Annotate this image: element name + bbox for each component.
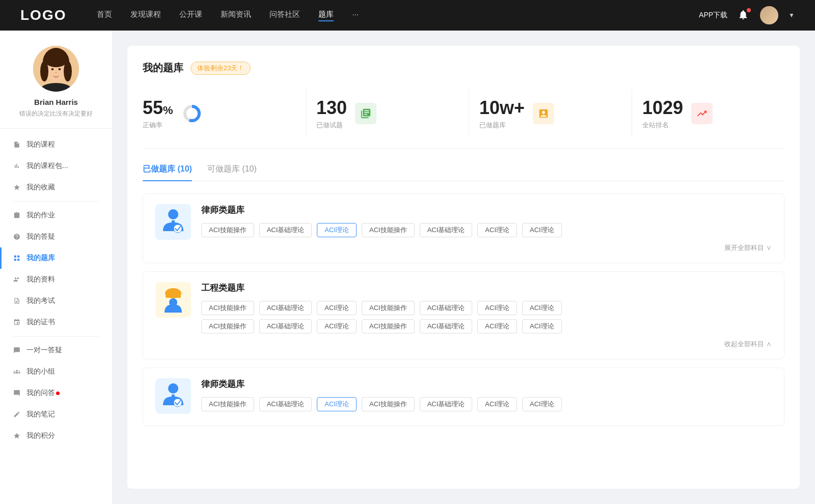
bank-card-lawyer2-name: 律师类题库: [201, 378, 772, 390]
note-icon: [12, 410, 21, 419]
stats-row: 55% 正确率 130 已做试题: [143, 89, 784, 149]
chart-bar-icon: [12, 161, 21, 171]
tag-e1-r2-2[interactable]: ACI理论: [317, 319, 357, 333]
sidebar-item-my-exam[interactable]: 我的考试: [0, 290, 112, 312]
nav-more[interactable]: ···: [352, 10, 359, 21]
lawyer-icon-2: [155, 378, 191, 414]
tag-e1-r2-5[interactable]: ACI理论: [477, 319, 517, 333]
nav-discover[interactable]: 发现课程: [130, 10, 161, 21]
tag-e1-r2-1[interactable]: ACI基础理论: [259, 319, 312, 333]
bank-card-engineer1-content: 工程类题库 ACI技能操作 ACI基础理论 ACI理论 ACI技能操作 ACI基…: [201, 282, 772, 349]
stat-label-questions: 已做试题: [316, 121, 347, 130]
tag-e1-r1-1[interactable]: ACI基础理论: [259, 301, 312, 315]
nav-quiz[interactable]: 题库: [318, 10, 334, 21]
sidebar-item-my-certificate[interactable]: 我的证书: [0, 312, 112, 333]
user-avatar[interactable]: [760, 6, 778, 24]
sidebar-item-my-homework[interactable]: 我的作业: [0, 205, 112, 226]
document-icon: [12, 296, 21, 305]
svg-rect-21: [172, 395, 175, 400]
tag-l1-2[interactable]: ACI理论: [317, 223, 357, 237]
tag-e1-r1-2[interactable]: ACI理论: [317, 301, 357, 315]
sidebar-item-one-on-one[interactable]: 一对一答疑: [0, 340, 112, 361]
bank-card-lawyer1: 律师类题库 ACI技能操作 ACI基础理论 ACI理论 ACI技能操作 ACI基…: [143, 193, 784, 263]
donut-chart-icon: [181, 103, 203, 124]
main-content: 我的题库 体验剩余23天！ 55% 正确率: [112, 31, 815, 504]
sidebar-label-my-group: 我的小组: [26, 367, 55, 376]
tag-l1-3[interactable]: ACI技能操作: [362, 223, 415, 237]
star-icon: [12, 183, 21, 192]
sidebar-label-my-answers: 我的答疑: [26, 232, 55, 241]
tag-l1-6[interactable]: ACI理论: [522, 223, 562, 237]
sidebar-item-my-questions[interactable]: 我的问答: [0, 382, 112, 404]
nav-home[interactable]: 首页: [97, 10, 112, 21]
profile-name: Brian Harris: [10, 98, 102, 106]
clipboard-icon: [12, 211, 21, 220]
tag-l1-1[interactable]: ACI基础理论: [259, 223, 312, 237]
trial-badge: 体验剩余23天！: [191, 62, 251, 75]
bank-card-lawyer2-content: 律师类题库 ACI技能操作 ACI基础理论 ACI理论 ACI技能操作 ACI基…: [201, 378, 772, 415]
nav-news[interactable]: 新闻资讯: [221, 10, 251, 21]
tag-e1-r1-5[interactable]: ACI理论: [477, 301, 517, 315]
tag-l2-4[interactable]: ACI基础理论: [420, 397, 473, 411]
book-icon: [355, 103, 376, 124]
tab-done-banks[interactable]: 已做题库 (10): [143, 164, 192, 181]
tag-l2-5[interactable]: ACI理论: [477, 397, 517, 411]
stat-value-accuracy: 55% 正确率: [143, 97, 173, 130]
tag-l2-2[interactable]: ACI理论: [317, 397, 357, 411]
certificate-icon: [12, 318, 21, 327]
users-icon: [12, 275, 21, 284]
engineer-icon: [155, 282, 191, 318]
tag-e1-r1-0[interactable]: ACI技能操作: [201, 301, 254, 315]
sidebar-label-my-bank: 我的题库: [26, 254, 55, 263]
tag-e1-r2-6[interactable]: ACI理论: [522, 319, 562, 333]
sidebar-label-my-course-package: 我的课程包...: [26, 161, 68, 171]
sidebar-item-my-notes[interactable]: 我的笔记: [0, 404, 112, 425]
sidebar-item-my-answers[interactable]: 我的答疑: [0, 226, 112, 247]
user-dropdown-arrow-icon[interactable]: ▼: [789, 12, 795, 19]
stat-card-rank: 1029 全站排名: [632, 89, 784, 138]
page-header: 我的题库 体验剩余23天！: [143, 61, 784, 75]
chat-icon: [12, 346, 21, 355]
file-icon: [12, 140, 21, 149]
tag-l1-0[interactable]: ACI技能操作: [201, 223, 254, 237]
tag-e1-r1-6[interactable]: ACI理论: [522, 301, 562, 315]
tag-l1-5[interactable]: ACI理论: [477, 223, 517, 237]
tag-l2-1[interactable]: ACI基础理论: [259, 397, 312, 411]
stat-value-rank: 1029 全站排名: [642, 97, 683, 130]
tab-available-banks[interactable]: 可做题库 (10): [207, 164, 257, 181]
sidebar-item-my-course[interactable]: 我的课程: [0, 134, 112, 155]
app-download-btn[interactable]: APP下载: [699, 11, 727, 20]
sidebar-item-my-points[interactable]: 我的积分: [0, 425, 112, 446]
sidebar-item-my-favorites[interactable]: 我的收藏: [0, 177, 112, 198]
expand-lawyer1[interactable]: 展开全部科目 ∨: [201, 241, 772, 253]
tag-e1-r2-3[interactable]: ACI技能操作: [362, 319, 415, 333]
tag-l1-4[interactable]: ACI基础理论: [420, 223, 473, 237]
tag-l2-6[interactable]: ACI理论: [522, 397, 562, 411]
stat-value-questions: 130 已做试题: [316, 97, 347, 130]
sidebar-item-my-course-package[interactable]: 我的课程包...: [0, 155, 112, 177]
bank-card-lawyer1-name: 律师类题库: [201, 204, 772, 216]
sidebar-item-my-bank[interactable]: 我的题库: [0, 247, 112, 269]
bank-card-lawyer1-tags: ACI技能操作 ACI基础理论 ACI理论 ACI技能操作 ACI基础理论 AC…: [201, 223, 772, 237]
stat-card-accuracy: 55% 正确率: [143, 89, 295, 138]
sidebar-item-my-profile[interactable]: 我的资料: [0, 269, 112, 290]
notification-bell-icon[interactable]: [738, 9, 750, 21]
tag-e1-r2-4[interactable]: ACI基础理论: [420, 319, 473, 333]
tag-e1-r1-3[interactable]: ACI技能操作: [362, 301, 415, 315]
tag-l2-3[interactable]: ACI技能操作: [362, 397, 415, 411]
sidebar-label-my-questions: 我的问答: [26, 388, 55, 398]
tag-l2-0[interactable]: ACI技能操作: [201, 397, 254, 411]
sidebar-item-my-group[interactable]: 我的小组: [0, 361, 112, 382]
nav-opencourse[interactable]: 公开课: [179, 10, 202, 21]
collapse-engineer1[interactable]: 收起全部科目 ∧: [201, 338, 772, 349]
group-icon: [12, 367, 21, 376]
bank-card-engineer1-tags-row2: ACI技能操作 ACI基础理论 ACI理论 ACI技能操作 ACI基础理论 AC…: [201, 319, 772, 333]
tag-e1-r1-4[interactable]: ACI基础理论: [420, 301, 473, 315]
svg-point-7: [59, 68, 61, 70]
nav-qa[interactable]: 问答社区: [269, 10, 300, 21]
svg-point-20: [168, 383, 178, 394]
tag-e1-r2-0[interactable]: ACI技能操作: [201, 319, 254, 333]
sidebar-label-my-points: 我的积分: [26, 431, 55, 440]
stat-label-rank: 全站排名: [642, 121, 683, 130]
profile-motto: 错误的决定比没有决定要好: [10, 109, 102, 118]
